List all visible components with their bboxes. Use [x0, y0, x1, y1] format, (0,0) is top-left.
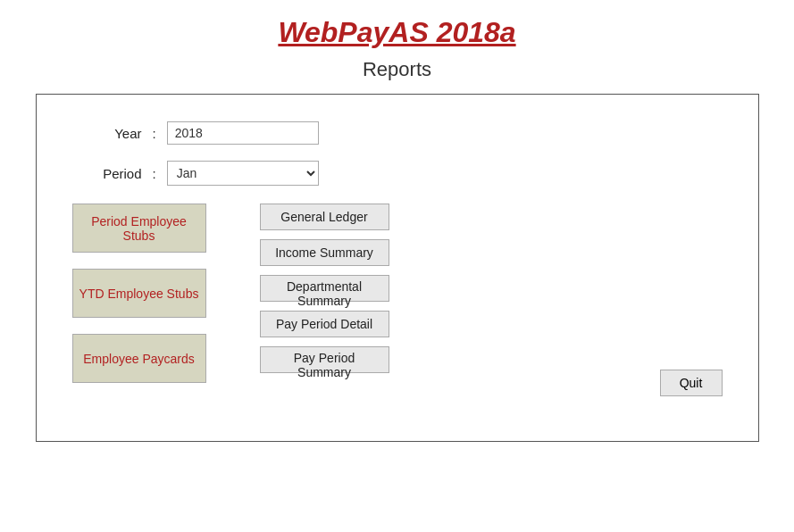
- period-employee-stubs-button[interactable]: Period Employee Stubs: [72, 204, 206, 253]
- income-summary-button[interactable]: Income Summary: [260, 239, 389, 266]
- right-buttons: General Ledger Income Summary Department…: [260, 204, 389, 383]
- quit-button[interactable]: Quit: [660, 370, 723, 396]
- employee-paycards-button[interactable]: Employee Paycards: [72, 334, 206, 383]
- pay-period-summary-button[interactable]: Pay Period Summary: [260, 346, 389, 373]
- departmental-summary-button[interactable]: Departmental Summary: [260, 275, 389, 302]
- period-row: Period : JanFebMarAprMayJunJulAugSepOctN…: [72, 161, 723, 186]
- ytd-employee-stubs-button[interactable]: YTD Employee Stubs: [72, 269, 206, 318]
- buttons-area: Period Employee Stubs YTD Employee Stubs…: [72, 204, 723, 383]
- period-colon: :: [153, 166, 156, 181]
- year-row: Year :: [72, 121, 723, 145]
- year-label: Year: [72, 126, 153, 141]
- page-subtitle: Reports: [363, 58, 431, 81]
- year-input[interactable]: [167, 121, 319, 145]
- year-colon: :: [153, 126, 156, 141]
- main-container: Year : Period : JanFebMarAprMayJunJulAug…: [36, 94, 759, 442]
- general-ledger-button[interactable]: General Ledger: [260, 204, 389, 230]
- page-title: WebPayAS 2018a: [278, 16, 515, 49]
- pay-period-detail-button[interactable]: Pay Period Detail: [260, 311, 389, 337]
- period-label: Period: [72, 166, 153, 181]
- left-buttons: Period Employee Stubs YTD Employee Stubs…: [72, 204, 206, 383]
- period-select[interactable]: JanFebMarAprMayJunJulAugSepOctNovDec: [167, 161, 319, 186]
